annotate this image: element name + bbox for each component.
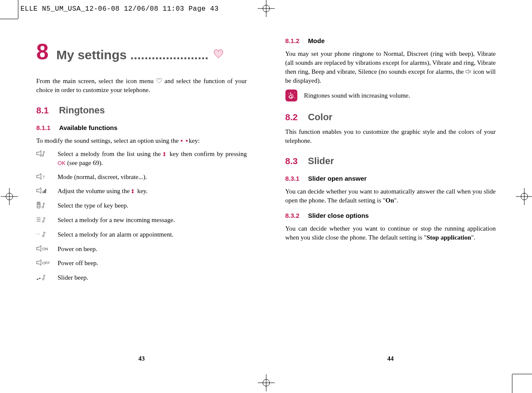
list-item: Select a melody for an alarm or appointm… [36,230,247,240]
chapter-heading: 8 My settings ...................... [36,36,247,67]
page-number: 43 [36,354,247,363]
section-8.1.1-intro: To modify the sound settings, select an … [36,136,247,145]
silence-icon [465,68,471,74]
page-44-column: 8.1.2Mode You may set your phone rington… [285,36,496,359]
list-item: Slider beep. [36,273,247,283]
svg-point-18 [38,205,38,206]
section-8.1-heading: 8.1Ringtones [36,104,247,117]
svg-point-11 [521,193,528,200]
increasing-volume-tip: Ringtones sound with increasing volume. [285,90,496,101]
svg-point-34 [289,95,292,98]
chapter-number: 8 [36,36,49,67]
ok-key-label: OK [58,160,66,166]
svg-point-21 [39,206,39,207]
section-8.3.1-heading: 8.3.1Slider open answer [285,174,496,183]
section-8.3.1-text: You can decide whether you want to autom… [285,187,496,205]
svg-point-5 [263,379,270,386]
list-item: Adjust the volume using the ●● key. [36,187,247,196]
svg-line-36 [294,92,295,93]
section-8.3.2-text: You can decide whether you want to conti… [285,224,496,242]
msg-melody-icon [36,216,52,225]
volume-icon [36,187,52,196]
alarm-melody-icon [36,230,52,240]
svg-rect-13 [43,191,44,193]
section-8.1.2-text: You may set your phone ringtone to Norma… [285,49,496,85]
svg-point-2 [263,5,270,12]
nav-ud-icon: ●● [163,152,167,156]
nav-ud-icon: ●● [131,189,136,193]
intro-paragraph: From the main screen, select the icon me… [36,77,247,95]
chapter-title: My settings ...................... [56,48,209,62]
svg-point-20 [38,206,38,207]
page-number: 44 [285,354,496,363]
svg-text:?: ? [43,175,45,179]
list-item: ON Power on beep. [36,245,247,254]
heart-icon [212,49,224,62]
mode-icon: ? [36,173,52,182]
registration-mark-bottom [258,374,275,393]
poweron-icon: ON [36,245,52,254]
list-item: OFF Power off beep. [36,259,247,268]
prepress-header: ELLE N5_UM_USA_12-06-08 12/06/08 11:03 P… [20,5,219,13]
keybeep-icon [36,201,52,211]
section-8.1.2-heading: 8.1.2Mode [285,36,496,45]
svg-point-19 [39,205,39,206]
svg-rect-15 [45,189,46,193]
section-8.1.1-heading: 8.1.1Available functions [36,123,247,132]
svg-line-37 [294,97,295,98]
page-43-column: 8 My settings ...................... Fro… [36,36,247,359]
svg-rect-14 [44,190,45,193]
list-item: ? Mode (normal, discreet, vibrate...). [36,173,247,182]
list-item: Select a melody from the list using the … [36,150,247,168]
list-item: Select a melody for a new incoming messa… [36,216,247,225]
slider-beep-icon [36,273,52,283]
svg-text:ON: ON [42,247,48,251]
section-8.3-heading: 8.3Slider [285,155,496,168]
svg-point-8 [6,193,13,200]
section-8.3.2-heading: 8.3.2Slider close options [285,211,496,220]
increasing-volume-icon [285,90,297,101]
poweroff-icon: OFF [36,259,52,268]
svg-line-35 [288,93,289,94]
section-8.2-text: This function enables you to customize t… [285,127,496,145]
melody-icon [36,150,52,168]
heart-small-icon [156,78,162,84]
registration-mark-top [258,0,275,19]
svg-rect-17 [38,203,39,205]
list-item: Select the type of key beep. [36,201,247,211]
registration-mark-right [514,188,532,205]
registration-mark-left [0,188,18,205]
section-8.2-heading: 8.2Color [285,111,496,124]
svg-text:OFF: OFF [42,261,50,265]
nav-lr-icon: ●● [180,138,187,144]
